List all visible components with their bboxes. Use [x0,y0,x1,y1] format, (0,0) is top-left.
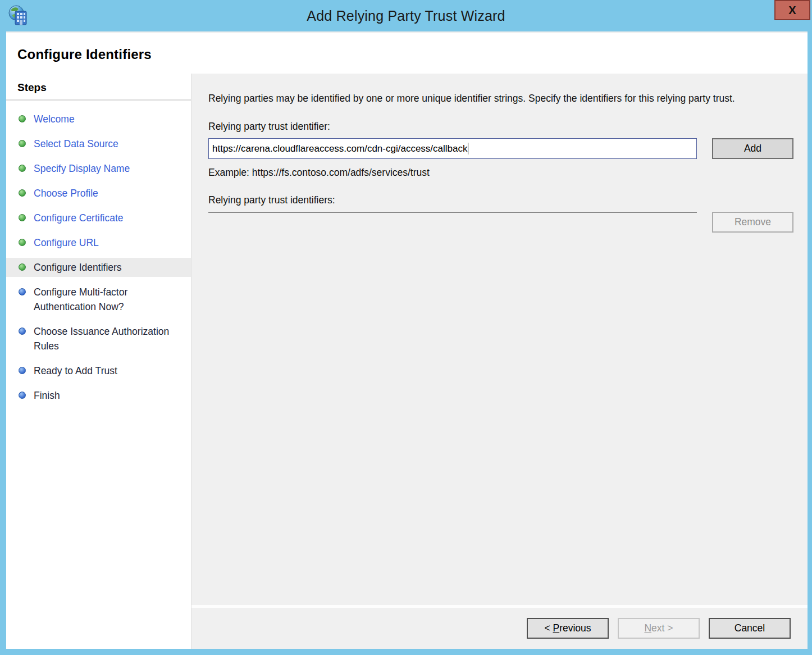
identifiers-listbox[interactable] [208,212,697,213]
step-configure-identifiers[interactable]: Configure Identifiers [6,258,191,277]
window-title: Add Relying Party Trust Wizard [0,0,812,31]
step-welcome[interactable]: Welcome [6,110,191,129]
step-choose-issuance-rules: Choose Issuance Authorization Rules [6,322,191,356]
step-ready-to-add-trust: Ready to Add Trust [6,361,191,380]
intro-text: Relying parties may be identified by one… [208,90,787,106]
step-complete-icon [19,239,26,246]
step-specify-display-name[interactable]: Specify Display Name [6,159,191,178]
main-pane: Relying parties may be identified by one… [191,74,808,649]
step-configure-url[interactable]: Configure URL [6,233,191,252]
step-complete-icon [19,165,26,172]
wizard-window: Add Relying Party Trust Wizard X Configu… [0,0,812,655]
dialog-body: Configure Identifiers Steps Welcome Sele… [6,31,808,649]
add-button[interactable]: Add [712,138,793,159]
previous-button[interactable]: < Previous [527,618,609,639]
step-complete-icon [19,214,26,221]
identifier-field-label: Relying party trust identifier: [208,121,793,133]
steps-sidebar: Steps Welcome Select Data Source Specify… [6,74,191,649]
step-finish: Finish [6,386,191,405]
step-configure-certificate[interactable]: Configure Certificate [6,208,191,228]
page-title: Configure Identifiers [17,47,808,62]
footer-button-bar: < Previous Next > Cancel [191,608,808,649]
remove-button[interactable]: Remove [712,212,793,233]
title-bar[interactable]: Add Relying Party Trust Wizard X [0,0,812,31]
step-complete-icon [19,140,26,147]
steps-heading: Steps [6,81,191,101]
step-choose-profile[interactable]: Choose Profile [6,184,191,203]
example-text: Example: https://fs.contoso.com/adfs/ser… [208,167,793,179]
close-button[interactable]: X [774,0,810,20]
step-complete-icon [19,115,26,122]
step-pending-icon [19,367,26,374]
next-button[interactable]: Next > [618,618,700,639]
step-complete-icon [19,189,26,197]
step-select-data-source[interactable]: Select Data Source [6,134,191,153]
step-configure-mfa: Configure Multi-factor Authentication No… [6,283,191,316]
cancel-button[interactable]: Cancel [709,618,791,639]
step-pending-icon [19,328,26,335]
text-caret [468,143,468,154]
step-current-icon [19,263,26,271]
identifier-input-value: https://carena.cloudflareaccess.com/cdn-… [212,143,467,154]
identifier-input[interactable]: https://carena.cloudflareaccess.com/cdn-… [208,138,697,159]
step-pending-icon [19,392,26,399]
identifiers-list-label: Relying party trust identifiers: [208,194,793,206]
step-pending-icon [19,288,26,295]
page-header: Configure Identifiers [6,33,808,74]
configure-identifiers-content: Relying parties may be identified by one… [191,74,808,605]
